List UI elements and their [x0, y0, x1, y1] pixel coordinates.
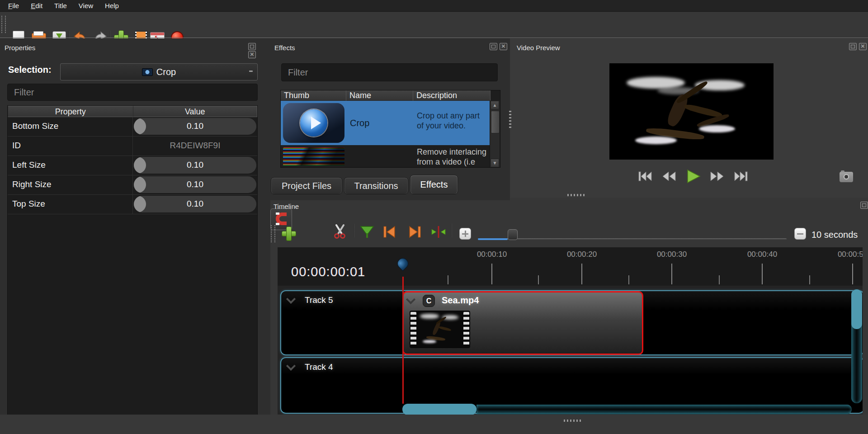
timeline-toolbar-drag-handle[interactable]	[271, 225, 275, 242]
float-panel-icon[interactable]	[490, 43, 497, 50]
crop-effect-thumbnail	[283, 103, 344, 143]
properties-filter-box	[7, 84, 258, 101]
property-value-slider[interactable]: 0.10	[133, 117, 257, 136]
toolbar-drag-handle[interactable]	[1, 16, 6, 33]
table-row: Top Size 0.10	[8, 195, 257, 214]
fast-forward-button[interactable]	[709, 170, 725, 183]
scrollbar-thumb[interactable]	[491, 111, 500, 133]
horizontal-scrollbar-thumb[interactable]	[402, 404, 476, 415]
close-panel-icon[interactable]	[248, 51, 256, 58]
main-toolbar	[0, 12, 868, 38]
ruler-tick	[581, 264, 582, 284]
panel-splitter-handle[interactable]	[564, 420, 581, 422]
toolbar-separator	[354, 224, 354, 237]
property-value-slider[interactable]: 0.10	[133, 195, 257, 214]
clip-effect-badge[interactable]: C	[423, 295, 435, 307]
filmstrip-sprockets	[463, 312, 469, 347]
clip-thumbnail-image	[417, 312, 462, 347]
menu-title[interactable]: Title	[54, 2, 67, 9]
properties-dock-buttons	[246, 43, 253, 59]
description-column-header: Description	[413, 90, 491, 101]
panel-splitter-handle[interactable]	[567, 194, 585, 196]
track-name: Track 4	[305, 362, 333, 372]
effect-row-deinterlace[interactable]: Remove interlacing from a video (i.e	[281, 145, 491, 168]
effect-row-crop[interactable]: Crop Crop out any part of your video.	[281, 101, 491, 145]
menu-help[interactable]: Help	[105, 2, 119, 9]
properties-panel: Properties Selection: Crop Property Valu…	[0, 38, 270, 415]
property-value: 0.10	[134, 199, 256, 209]
float-panel-icon[interactable]	[248, 43, 256, 50]
toolbar-separator-line	[0, 38, 868, 38]
rewind-button[interactable]	[661, 170, 677, 183]
play-button-icon	[300, 109, 327, 137]
zoom-scale-label[interactable]: 10 seconds	[811, 230, 858, 240]
video-preview-panel: Video Preview	[510, 38, 868, 198]
chevron-down-icon[interactable]	[286, 294, 296, 304]
close-panel-icon[interactable]	[500, 43, 507, 50]
add-track-icon[interactable]	[281, 226, 297, 241]
preview-dock-buttons	[847, 43, 867, 51]
clip-name: Sea.mp4	[442, 295, 479, 306]
timeline-ruler[interactable]: 00:00:00:01 00:00:10 00:00:20 00:00:30 0…	[278, 247, 863, 286]
razor-scissors-icon[interactable]	[333, 224, 347, 239]
jump-to-start-button[interactable]	[637, 170, 654, 183]
menu-file[interactable]: File	[8, 2, 19, 9]
close-panel-icon[interactable]	[859, 43, 867, 50]
previous-marker-icon[interactable]	[382, 225, 397, 239]
play-button[interactable]	[685, 169, 702, 182]
effects-scrollbar[interactable]: ▲ ▼	[490, 101, 500, 167]
float-panel-icon[interactable]	[860, 202, 868, 209]
tab-effects[interactable]: Effects	[410, 175, 458, 194]
clip-thumbnail-icon	[142, 68, 153, 76]
chevron-down-icon[interactable]	[406, 295, 415, 304]
timeline-title: Timeline	[274, 203, 299, 210]
zoom-in-icon[interactable]	[459, 228, 471, 240]
selection-dropdown-value: Crop	[156, 67, 176, 77]
video-preview-image	[618, 73, 757, 152]
float-panel-icon[interactable]	[849, 43, 857, 50]
track-name: Track 5	[305, 295, 333, 305]
add-marker-icon[interactable]	[359, 225, 375, 239]
playhead-line[interactable]	[402, 277, 404, 404]
clip-sea-mp4[interactable]: C Sea.mp4	[402, 291, 643, 355]
menu-bar: File Edit Title View Help	[0, 0, 868, 12]
openshot-window: File Edit Title View Help Properties Sel…	[0, 0, 868, 434]
zoom-slider-handle[interactable]	[508, 229, 518, 240]
property-value-slider[interactable]: 0.10	[133, 175, 257, 194]
menu-view[interactable]: View	[79, 2, 93, 9]
properties-filter-input[interactable]	[8, 84, 257, 100]
chevron-down-icon[interactable]	[286, 361, 296, 371]
properties-panel-title: Properties	[5, 44, 35, 52]
ruler-label: 00:00:30	[645, 250, 699, 259]
jump-to-end-button[interactable]	[732, 170, 749, 183]
timeline-zoom-slider[interactable]	[478, 238, 787, 240]
vertical-scrollbar-thumb[interactable]	[851, 289, 862, 329]
menu-edit[interactable]: Edit	[31, 2, 42, 9]
ruler-tick	[852, 264, 853, 284]
effect-name	[346, 145, 413, 168]
property-value-slider[interactable]: 0.10	[133, 156, 257, 175]
toolbar-separator	[451, 224, 452, 237]
ruler-tick	[491, 264, 492, 284]
zoom-out-icon[interactable]	[794, 228, 806, 240]
properties-table-header: Property Value	[8, 106, 257, 117]
effects-filter-input[interactable]	[282, 64, 497, 81]
next-marker-icon[interactable]	[407, 225, 422, 239]
timeline-panel: Timeline 10 seconds 00:00:00:01	[270, 200, 868, 415]
center-on-playhead-icon[interactable]	[430, 225, 447, 239]
horizontal-scrollbar-track[interactable]	[476, 405, 852, 414]
effects-table-header: Thumb Name Description	[281, 90, 500, 101]
clip-filmstrip-thumbnail	[410, 311, 470, 348]
property-value: 0.10	[134, 179, 256, 189]
filmstrip-sprockets	[410, 312, 416, 347]
table-row: Right Size 0.10	[8, 175, 257, 195]
panel-splitter-handle[interactable]	[509, 111, 511, 129]
selection-dropdown[interactable]: Crop	[60, 63, 258, 80]
tab-project-files[interactable]: Project Files	[271, 177, 342, 194]
scroll-up-icon[interactable]: ▲	[491, 101, 499, 109]
tab-transitions[interactable]: Transitions	[344, 177, 408, 194]
video-frame	[609, 63, 774, 160]
scroll-down-icon[interactable]: ▼	[491, 159, 499, 167]
property-name: Top Size	[8, 195, 133, 214]
snapshot-camera-icon[interactable]	[840, 172, 853, 182]
